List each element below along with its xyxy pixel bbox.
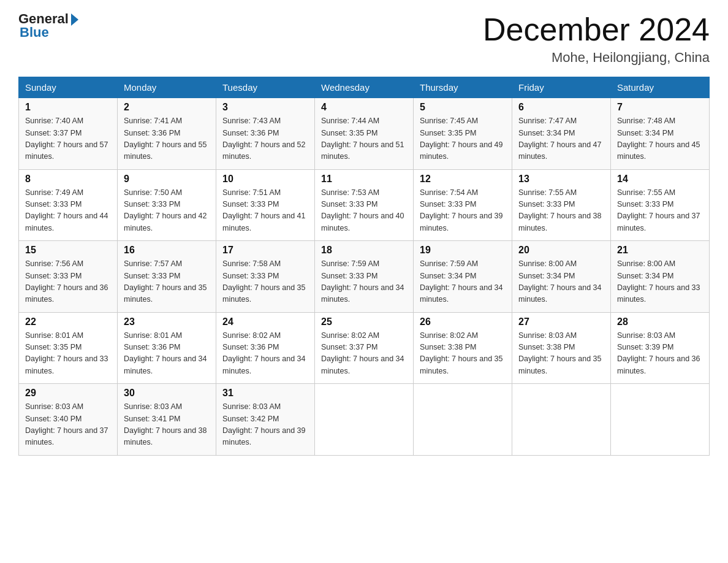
day-info: Sunrise: 8:03 AMSunset: 3:42 PMDaylight:… <box>222 401 308 449</box>
day-info: Sunrise: 7:40 AMSunset: 3:37 PMDaylight:… <box>25 115 111 163</box>
logo: General Blue <box>18 12 78 40</box>
calendar-cell <box>414 384 512 456</box>
calendar-cell: 25Sunrise: 8:02 AMSunset: 3:37 PMDayligh… <box>315 312 414 384</box>
day-header-monday: Monday <box>118 77 216 98</box>
calendar-cell: 1Sunrise: 7:40 AMSunset: 3:37 PMDaylight… <box>19 98 118 170</box>
day-info: Sunrise: 7:56 AMSunset: 3:33 PMDaylight:… <box>25 258 111 306</box>
day-number: 26 <box>420 316 506 327</box>
calendar-cell: 4Sunrise: 7:44 AMSunset: 3:35 PMDaylight… <box>315 98 414 170</box>
day-info: Sunrise: 8:01 AMSunset: 3:36 PMDaylight:… <box>124 330 210 378</box>
calendar-cell <box>611 384 710 456</box>
calendar-cell: 21Sunrise: 8:00 AMSunset: 3:34 PMDayligh… <box>611 241 710 313</box>
day-number: 3 <box>222 102 308 113</box>
calendar-cell: 15Sunrise: 7:56 AMSunset: 3:33 PMDayligh… <box>19 241 118 313</box>
calendar-cell: 18Sunrise: 7:59 AMSunset: 3:33 PMDayligh… <box>315 241 414 313</box>
day-info: Sunrise: 7:48 AMSunset: 3:34 PMDaylight:… <box>617 115 703 163</box>
day-number: 13 <box>518 174 604 185</box>
day-number: 30 <box>124 388 210 399</box>
calendar-cell: 30Sunrise: 8:03 AMSunset: 3:41 PMDayligh… <box>118 384 216 456</box>
day-header-wednesday: Wednesday <box>315 77 414 98</box>
calendar-cell: 27Sunrise: 8:03 AMSunset: 3:38 PMDayligh… <box>512 312 611 384</box>
day-number: 8 <box>25 174 111 185</box>
calendar-cell: 29Sunrise: 8:03 AMSunset: 3:40 PMDayligh… <box>19 384 118 456</box>
day-info: Sunrise: 7:59 AMSunset: 3:33 PMDaylight:… <box>321 258 407 306</box>
day-info: Sunrise: 7:58 AMSunset: 3:33 PMDaylight:… <box>222 258 308 306</box>
day-number: 14 <box>617 174 703 185</box>
calendar-cell <box>512 384 611 456</box>
calendar-week-row: 8Sunrise: 7:49 AMSunset: 3:33 PMDaylight… <box>19 169 710 241</box>
day-number: 2 <box>124 102 210 113</box>
day-info: Sunrise: 7:49 AMSunset: 3:33 PMDaylight:… <box>25 187 111 235</box>
calendar-week-row: 22Sunrise: 8:01 AMSunset: 3:35 PMDayligh… <box>19 312 710 384</box>
day-number: 20 <box>518 245 604 256</box>
day-number: 24 <box>222 316 308 327</box>
calendar-cell: 28Sunrise: 8:03 AMSunset: 3:39 PMDayligh… <box>611 312 710 384</box>
calendar-cell: 3Sunrise: 7:43 AMSunset: 3:36 PMDaylight… <box>216 98 315 170</box>
calendar-cell: 16Sunrise: 7:57 AMSunset: 3:33 PMDayligh… <box>118 241 216 313</box>
day-info: Sunrise: 7:51 AMSunset: 3:33 PMDaylight:… <box>222 187 308 235</box>
day-info: Sunrise: 8:03 AMSunset: 3:40 PMDaylight:… <box>25 401 111 449</box>
day-number: 15 <box>25 245 111 256</box>
calendar-cell: 5Sunrise: 7:45 AMSunset: 3:35 PMDaylight… <box>414 98 512 170</box>
day-info: Sunrise: 8:00 AMSunset: 3:34 PMDaylight:… <box>518 258 604 306</box>
day-info: Sunrise: 7:55 AMSunset: 3:33 PMDaylight:… <box>617 187 703 235</box>
calendar-cell: 8Sunrise: 7:49 AMSunset: 3:33 PMDaylight… <box>19 169 118 241</box>
day-number: 18 <box>321 245 407 256</box>
calendar-table: SundayMondayTuesdayWednesdayThursdayFrid… <box>18 77 710 456</box>
day-number: 31 <box>222 388 308 399</box>
day-number: 23 <box>124 316 210 327</box>
day-number: 21 <box>617 245 703 256</box>
day-info: Sunrise: 7:50 AMSunset: 3:33 PMDaylight:… <box>124 187 210 235</box>
calendar-week-row: 15Sunrise: 7:56 AMSunset: 3:33 PMDayligh… <box>19 241 710 313</box>
location-subtitle: Mohe, Heilongjiang, China <box>483 50 710 66</box>
day-number: 28 <box>617 316 703 327</box>
day-info: Sunrise: 8:00 AMSunset: 3:34 PMDaylight:… <box>617 258 703 306</box>
day-number: 27 <box>518 316 604 327</box>
day-info: Sunrise: 7:45 AMSunset: 3:35 PMDaylight:… <box>420 115 506 163</box>
day-info: Sunrise: 8:02 AMSunset: 3:37 PMDaylight:… <box>321 330 407 378</box>
calendar-cell: 22Sunrise: 8:01 AMSunset: 3:35 PMDayligh… <box>19 312 118 384</box>
day-number: 6 <box>518 102 604 113</box>
calendar-cell: 20Sunrise: 8:00 AMSunset: 3:34 PMDayligh… <box>512 241 611 313</box>
calendar-cell: 31Sunrise: 8:03 AMSunset: 3:42 PMDayligh… <box>216 384 315 456</box>
logo-arrow-icon <box>71 13 78 26</box>
calendar-cell: 6Sunrise: 7:47 AMSunset: 3:34 PMDaylight… <box>512 98 611 170</box>
month-year-title: December 2024 <box>483 12 710 47</box>
day-info: Sunrise: 7:59 AMSunset: 3:34 PMDaylight:… <box>420 258 506 306</box>
calendar-cell: 10Sunrise: 7:51 AMSunset: 3:33 PMDayligh… <box>216 169 315 241</box>
logo-general-text: General <box>18 12 69 26</box>
day-header-thursday: Thursday <box>414 77 512 98</box>
calendar-cell: 17Sunrise: 7:58 AMSunset: 3:33 PMDayligh… <box>216 241 315 313</box>
day-number: 9 <box>124 174 210 185</box>
day-info: Sunrise: 7:55 AMSunset: 3:33 PMDaylight:… <box>518 187 604 235</box>
day-info: Sunrise: 8:03 AMSunset: 3:39 PMDaylight:… <box>617 330 703 378</box>
day-number: 16 <box>124 245 210 256</box>
day-number: 19 <box>420 245 506 256</box>
calendar-cell <box>315 384 414 456</box>
calendar-cell: 9Sunrise: 7:50 AMSunset: 3:33 PMDaylight… <box>118 169 216 241</box>
logo-blue-text: Blue <box>18 25 49 40</box>
day-info: Sunrise: 7:41 AMSunset: 3:36 PMDaylight:… <box>124 115 210 163</box>
day-number: 4 <box>321 102 407 113</box>
day-info: Sunrise: 8:02 AMSunset: 3:36 PMDaylight:… <box>222 330 308 378</box>
calendar-week-row: 1Sunrise: 7:40 AMSunset: 3:37 PMDaylight… <box>19 98 710 170</box>
day-header-saturday: Saturday <box>611 77 710 98</box>
calendar-cell: 26Sunrise: 8:02 AMSunset: 3:38 PMDayligh… <box>414 312 512 384</box>
day-number: 7 <box>617 102 703 113</box>
day-number: 12 <box>420 174 506 185</box>
calendar-cell: 19Sunrise: 7:59 AMSunset: 3:34 PMDayligh… <box>414 241 512 313</box>
calendar-cell: 23Sunrise: 8:01 AMSunset: 3:36 PMDayligh… <box>118 312 216 384</box>
day-header-sunday: Sunday <box>19 77 118 98</box>
day-info: Sunrise: 7:54 AMSunset: 3:33 PMDaylight:… <box>420 187 506 235</box>
calendar-cell: 13Sunrise: 7:55 AMSunset: 3:33 PMDayligh… <box>512 169 611 241</box>
calendar-cell: 2Sunrise: 7:41 AMSunset: 3:36 PMDaylight… <box>118 98 216 170</box>
day-header-friday: Friday <box>512 77 611 98</box>
day-number: 11 <box>321 174 407 185</box>
day-info: Sunrise: 8:03 AMSunset: 3:38 PMDaylight:… <box>518 330 604 378</box>
calendar-cell: 7Sunrise: 7:48 AMSunset: 3:34 PMDaylight… <box>611 98 710 170</box>
day-number: 1 <box>25 102 111 113</box>
day-number: 22 <box>25 316 111 327</box>
day-info: Sunrise: 7:47 AMSunset: 3:34 PMDaylight:… <box>518 115 604 163</box>
calendar-cell: 24Sunrise: 8:02 AMSunset: 3:36 PMDayligh… <box>216 312 315 384</box>
day-info: Sunrise: 7:44 AMSunset: 3:35 PMDaylight:… <box>321 115 407 163</box>
